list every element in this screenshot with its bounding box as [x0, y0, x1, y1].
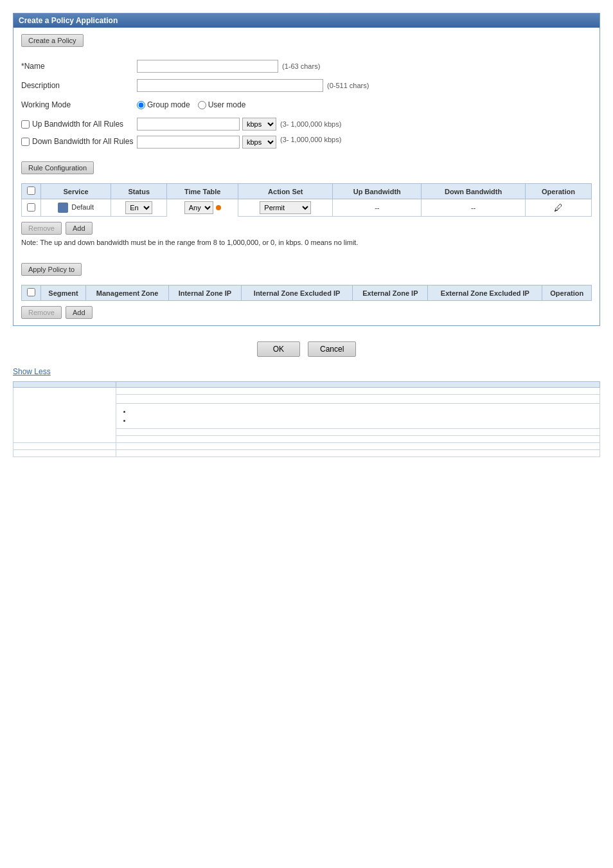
rule-table-upbw-col: Up Bandwidth [333, 184, 422, 199]
service-icon [58, 203, 68, 213]
rule-table-downbw-col: Down Bandwidth [422, 184, 526, 199]
show-less-link[interactable]: Show Less [13, 367, 51, 376]
apply-policy-table: Segment Management Zone Internal Zone IP… [21, 285, 592, 301]
rule-table-status-col: Status [111, 184, 167, 199]
down-bandwidth-row: Down Bandwidth for All Rules kbps Mbps (… [21, 136, 592, 151]
rule-add-button[interactable]: Add [66, 222, 93, 235]
name-row: *Name (1-63 chars) [21, 59, 592, 74]
rule-table-timetable-col: Time Table [167, 184, 238, 199]
info-row-2-col2 [116, 443, 600, 450]
working-mode-label: Working Mode [21, 100, 137, 109]
working-mode-row: Working Mode Group mode User mode [21, 97, 592, 113]
name-input[interactable] [137, 60, 278, 73]
down-bandwidth-checkbox[interactable] [21, 138, 30, 146]
info-row-1b-col2 [116, 395, 600, 404]
info-row-3-col2 [116, 450, 600, 457]
ok-button[interactable]: OK [257, 341, 300, 357]
row-timetable-cell[interactable]: Any [167, 199, 238, 216]
info-row-2 [13, 443, 600, 450]
group-mode-label[interactable]: Group mode [137, 100, 190, 109]
up-bandwidth-row: Up Bandwidth for All Rules kbps Mbps (3-… [21, 116, 592, 132]
apply-remove-button[interactable]: Remove [21, 306, 62, 319]
apply-policy-button[interactable]: Apply Policy to [21, 263, 82, 276]
info-table [13, 381, 600, 457]
ok-cancel-row: OK Cancel [13, 341, 600, 357]
create-policy-application-panel: Create a Policy Application Create a Pol… [13, 13, 600, 326]
info-row-2-col1 [13, 443, 116, 450]
row-checkbox-cell[interactable] [22, 199, 41, 217]
row-service-cell: Default [41, 199, 111, 217]
info-row-1d-col2 [116, 429, 600, 436]
user-mode-radio[interactable] [198, 101, 206, 109]
down-bandwidth-label[interactable]: Down Bandwidth for All Rules [21, 137, 137, 146]
rule-table-operation-col: Operation [526, 184, 592, 199]
apply-internal-zone-ip-col: Internal Zone IP [169, 285, 242, 301]
info-bullet-list [121, 407, 594, 424]
description-label: Description [21, 81, 137, 90]
info-section: Show Less [13, 367, 600, 457]
info-row-1-col1 [13, 388, 116, 443]
rule-table-checkbox-col [22, 184, 41, 199]
up-bandwidth-label[interactable]: Up Bandwidth for All Rules [21, 120, 137, 129]
rule-btn-row: Remove Add [21, 222, 592, 235]
apply-external-zone-ip-col: External Zone IP [353, 285, 428, 301]
table-row: Default En Dis Any [22, 199, 592, 217]
apply-segment-col: Segment [41, 285, 86, 301]
group-mode-radio[interactable] [137, 101, 145, 109]
up-bandwidth-input[interactable] [137, 118, 240, 131]
description-input[interactable] [137, 79, 323, 92]
timetable-dot [216, 205, 221, 210]
timetable-select[interactable]: Any [184, 201, 213, 214]
panel-header: Create a Policy Application [13, 14, 600, 28]
panel-body: Create a Policy *Name (1-63 chars) Descr… [13, 28, 600, 325]
info-row-1c-col2 [116, 404, 600, 429]
status-select[interactable]: En Dis [125, 201, 152, 214]
name-hint: (1-63 chars) [282, 62, 320, 70]
up-bandwidth-hint: (3- 1,000,000 kbps) [280, 120, 341, 128]
info-row-1e-col2 [116, 436, 600, 443]
bandwidth-note: Note: The up and down bandwidth must be … [21, 239, 592, 246]
row-upbw-cell: -- [333, 199, 422, 217]
up-bandwidth-unit-select[interactable]: kbps Mbps [242, 118, 276, 131]
info-col2-header [116, 382, 600, 388]
row-operation-cell[interactable]: 🖊 [526, 199, 592, 217]
create-policy-button[interactable]: Create a Policy [21, 34, 84, 47]
info-row-3-col1 [13, 450, 116, 457]
rule-configuration-button[interactable]: Rule Configuration [21, 161, 94, 174]
down-bandwidth-unit-select[interactable]: kbps Mbps [242, 136, 276, 149]
apply-external-excluded-col: External Zone Excluded IP [428, 285, 542, 301]
info-row-3 [13, 450, 600, 457]
row-status-cell[interactable]: En Dis [111, 199, 167, 217]
name-label: *Name [21, 62, 137, 71]
row-checkbox[interactable] [27, 203, 35, 212]
working-mode-radio-group: Group mode User mode [137, 100, 245, 109]
apply-internal-excluded-col: Internal Zone Excluded IP [241, 285, 353, 301]
apply-management-zone-col: Management Zone [86, 285, 169, 301]
down-bandwidth-input[interactable] [137, 136, 240, 149]
info-bullet-2 [132, 416, 594, 424]
rule-table-actionset-col: Action Set [238, 184, 333, 199]
info-bullet-1 [132, 407, 594, 415]
rule-table-service-col: Service [41, 184, 111, 199]
info-row-1 [13, 388, 600, 395]
apply-select-all-checkbox[interactable] [27, 288, 35, 296]
row-downbw-cell: -- [422, 199, 526, 217]
row-actionset-cell[interactable]: Permit Deny [238, 199, 333, 217]
rule-table: Service Status Time Table Action Set Up … [21, 183, 592, 217]
cancel-button[interactable]: Cancel [308, 341, 356, 357]
apply-policy-section: Apply Policy to Segment Management Zone … [21, 263, 592, 319]
description-hint: (0-511 chars) [327, 82, 369, 89]
panel-title: Create a Policy Application [19, 16, 118, 25]
apply-add-button[interactable]: Add [66, 306, 93, 319]
apply-checkbox-col [22, 285, 41, 301]
rule-select-all-checkbox[interactable] [27, 186, 35, 195]
down-bandwidth-hint: (3- 1,000,000 kbps) [280, 136, 341, 143]
rule-remove-button[interactable]: Remove [21, 222, 62, 235]
up-bandwidth-checkbox[interactable] [21, 120, 30, 129]
actionset-select[interactable]: Permit Deny [260, 201, 311, 214]
apply-operation-col: Operation [542, 285, 592, 301]
description-row: Description (0-511 chars) [21, 78, 592, 93]
info-row-1a-col2 [116, 388, 600, 395]
user-mode-label[interactable]: User mode [198, 100, 246, 109]
edit-icon[interactable]: 🖊 [554, 203, 563, 213]
